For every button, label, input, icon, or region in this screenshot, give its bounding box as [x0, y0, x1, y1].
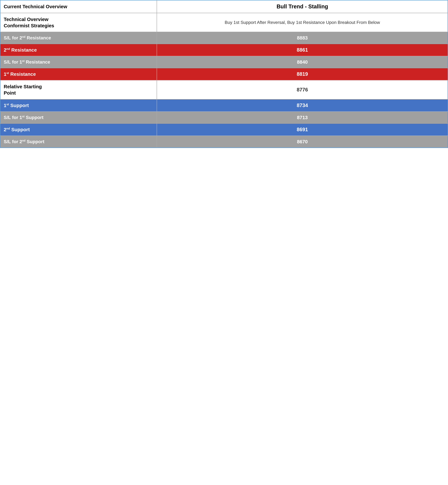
header-row: Current Technical Overview Bull Trend - … [0, 0, 448, 13]
row-sl-2nd-support: S/L for 2nd Support8670 [0, 136, 448, 148]
sl-2nd-support-value: 8670 [157, 136, 448, 148]
header-value-text: Bull Trend - Stalling [277, 3, 328, 9]
sl-2nd-resistance-label: S/L for 2nd Resistance [0, 32, 157, 44]
sl-2nd-resistance-value: 8883 [157, 32, 448, 44]
strategies-value: Buy 1st Support After Reversal, Buy 1st … [157, 13, 448, 32]
1st-resistance-label: 1st Resistance [0, 68, 157, 80]
2nd-resistance-label: 2nd Resistance [0, 44, 157, 56]
sl-1st-support-label: S/L for 1st Support [0, 112, 157, 123]
row-1st-resistance: 1st Resistance8819 [0, 68, 448, 80]
main-table: Current Technical Overview Bull Trend - … [0, 0, 448, 148]
relative-starting-point-label: Relative StartingPoint [0, 80, 157, 99]
row-2nd-resistance: 2nd Resistance8861 [0, 44, 448, 56]
row-sl-1st-resistance: S/L for 1st Resistance8840 [0, 56, 448, 68]
strategies-label: Technical Overview Conformist Strategies [0, 13, 157, 32]
row-sl-2nd-resistance: S/L for 2nd Resistance8883 [0, 32, 448, 44]
2nd-resistance-value: 8861 [157, 44, 448, 56]
1st-support-value: 8734 [157, 99, 448, 112]
row-relative-starting-point: Relative StartingPoint8776 [0, 80, 448, 99]
row-sl-1st-support: S/L for 1st Support8713 [0, 112, 448, 123]
strategies-label-line2: Conformist Strategies [4, 23, 54, 28]
2nd-support-value: 8691 [157, 123, 448, 136]
header-value: Bull Trend - Stalling [157, 0, 448, 13]
strategies-row: Technical Overview Conformist Strategies… [0, 13, 448, 32]
sl-1st-support-value: 8713 [157, 112, 448, 123]
sl-1st-resistance-value: 8840 [157, 56, 448, 68]
sl-2nd-support-label: S/L for 2nd Support [0, 136, 157, 148]
2nd-support-label: 2nd Support [0, 123, 157, 136]
sl-1st-resistance-label: S/L for 1st Resistance [0, 56, 157, 68]
1st-support-label: 1st Support [0, 99, 157, 112]
header-label-text: Current Technical Overview [4, 4, 67, 9]
header-label: Current Technical Overview [0, 0, 157, 13]
relative-starting-point-value: 8776 [157, 80, 448, 99]
strategies-value-text: Buy 1st Support After Reversal, Buy 1st … [225, 20, 380, 25]
1st-resistance-value: 8819 [157, 68, 448, 80]
row-1st-support: 1st Support8734 [0, 99, 448, 112]
strategies-label-line1: Technical Overview [4, 16, 48, 22]
row-2nd-support: 2nd Support8691 [0, 123, 448, 136]
strategies-label-text: Technical Overview Conformist Strategies [4, 16, 54, 28]
